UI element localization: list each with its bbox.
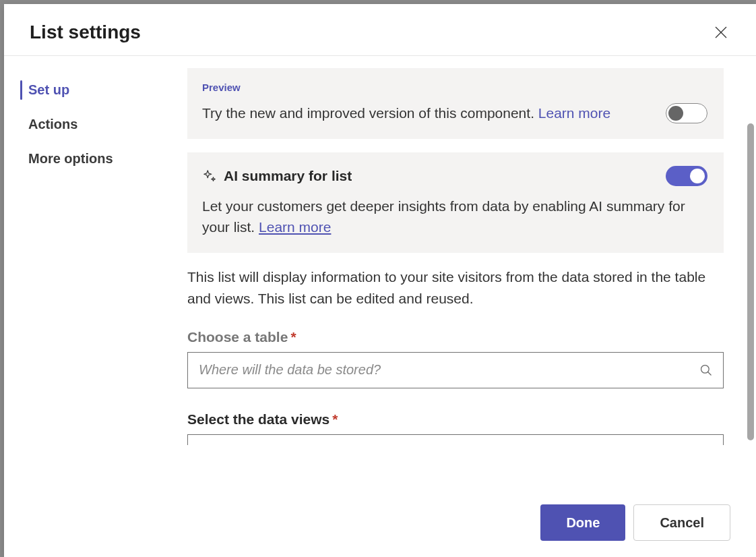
ai-summary-title: AI summary for list (202, 168, 352, 184)
required-asterisk: * (332, 411, 338, 427)
svg-point-2 (701, 365, 710, 373)
ai-summary-text: Let your customers get deeper insights f… (202, 196, 707, 238)
preview-card: Preview Try the new and improved version… (187, 68, 724, 139)
scrollbar-thumb[interactable] (747, 123, 754, 440)
sidebar-item-label: Actions (28, 117, 77, 131)
choose-table-input[interactable] (187, 352, 724, 388)
dialog-body: Set up Actions More options Preview Try … (4, 56, 756, 552)
preview-toggle[interactable] (666, 103, 707, 123)
list-settings-dialog: List settings Set up Actions More option… (4, 4, 756, 557)
svg-line-3 (708, 372, 712, 375)
close-icon (713, 24, 729, 40)
preview-learn-more-link[interactable]: Learn more (538, 105, 610, 121)
list-description: This list will display information to yo… (187, 266, 724, 310)
choose-table-input-wrap (187, 352, 724, 388)
required-asterisk: * (290, 329, 296, 345)
ai-title-row: AI summary for list (202, 166, 707, 186)
select-views-label: Select the data views* (187, 411, 724, 428)
sidebar-item-label: More options (28, 151, 113, 166)
sidebar-item-label: Set up (28, 82, 69, 97)
sidebar-item-more-options[interactable]: More options (4, 142, 179, 176)
ai-summary-toggle[interactable] (666, 166, 707, 186)
search-icon (699, 363, 713, 377)
preview-text: Try the new and improved version of this… (202, 102, 610, 124)
ai-summary-card: AI summary for list Let your customers g… (187, 152, 724, 253)
toggle-knob (668, 106, 683, 121)
ai-learn-more-link[interactable]: Learn more (259, 219, 331, 235)
done-button[interactable]: Done (540, 504, 625, 541)
cancel-button[interactable]: Cancel (633, 504, 730, 541)
sidebar-item-actions[interactable]: Actions (4, 107, 179, 142)
sidebar-item-setup[interactable]: Set up (4, 73, 179, 107)
sparkle-icon (202, 169, 217, 183)
ai-title-text: AI summary for list (224, 168, 352, 184)
preview-row: Try the new and improved version of this… (202, 102, 707, 124)
select-views-input[interactable] (187, 434, 724, 445)
preview-badge: Preview (202, 82, 707, 93)
toggle-knob (690, 169, 705, 183)
dialog-footer: Done Cancel (540, 504, 730, 541)
sidebar: Set up Actions More options (4, 56, 179, 552)
close-button[interactable] (713, 24, 729, 40)
content-inner: Preview Try the new and improved version… (187, 68, 724, 445)
content-area: Preview Try the new and improved version… (179, 56, 756, 552)
dialog-title: List settings (30, 22, 141, 43)
choose-table-label: Choose a table* (187, 329, 724, 345)
dialog-header: List settings (4, 4, 756, 56)
